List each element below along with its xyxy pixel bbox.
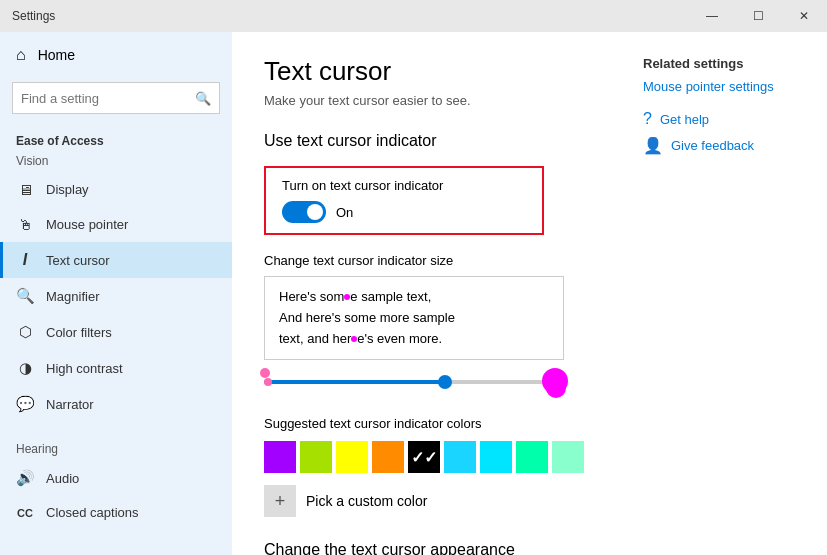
sidebar-item-closed-captions-label: Closed captions (46, 505, 139, 520)
right-panel: Related settings Mouse pointer settings … (627, 32, 827, 555)
text-cursor-icon: I (16, 251, 34, 269)
get-help-row[interactable]: ? Get help (643, 110, 811, 128)
size-slider-thumb-left (264, 378, 272, 386)
size-label: Change text cursor indicator size (264, 253, 595, 268)
size-slider-fill (264, 380, 444, 384)
give-feedback-row[interactable]: 👤 Give feedback (643, 136, 811, 155)
home-label: Home (38, 47, 75, 63)
mouse-pointer-icon: 🖱 (16, 216, 34, 233)
text-cursor-indicator-toggle[interactable] (282, 201, 326, 223)
search-icon: 🔍 (195, 91, 211, 106)
give-feedback-text: Give feedback (671, 138, 754, 153)
sidebar-item-high-contrast[interactable]: ◑ High contrast (0, 350, 232, 386)
app-container: ⌂ Home 🔍 Ease of Access Vision 🖥 Display… (0, 32, 827, 555)
page-title: Text cursor (264, 56, 595, 87)
sidebar-item-home[interactable]: ⌂ Home (0, 32, 232, 78)
palette-label: Suggested text cursor indicator colors (264, 416, 595, 431)
mouse-pointer-settings-link[interactable]: Mouse pointer settings (643, 79, 811, 94)
color-palette: ✓ (264, 441, 595, 473)
cursor-dot-2 (351, 336, 357, 342)
maximize-button[interactable]: ☐ (735, 0, 781, 32)
get-help-text: Get help (660, 112, 709, 127)
preview-line1: Here's some sample text, (279, 287, 549, 308)
plus-icon: + (275, 491, 286, 512)
display-icon: 🖥 (16, 181, 34, 198)
preview-line3: text, and here's even more. (279, 329, 549, 350)
color-filters-icon: ⬡ (16, 323, 34, 341)
sidebar-item-high-contrast-label: High contrast (46, 361, 123, 376)
indicator-section-title: Use text cursor indicator (264, 132, 595, 150)
narrator-icon: 💬 (16, 395, 34, 413)
hearing-label: Hearing (0, 434, 232, 460)
color-swatch-8[interactable] (552, 441, 584, 473)
related-settings-title: Related settings (643, 56, 811, 71)
high-contrast-icon: ◑ (16, 359, 34, 377)
home-icon: ⌂ (16, 46, 26, 64)
titlebar-title: Settings (12, 9, 55, 23)
give-feedback-icon: 👤 (643, 136, 663, 155)
vision-label: Vision (0, 152, 232, 172)
cursor-dot-1 (344, 294, 350, 300)
search-box[interactable]: 🔍 (12, 82, 220, 114)
color-swatch-1[interactable] (300, 441, 332, 473)
sidebar-item-audio-label: Audio (46, 471, 79, 486)
close-button[interactable]: ✕ (781, 0, 827, 32)
color-swatch-4[interactable]: ✓ (408, 441, 440, 473)
sidebar-item-display-label: Display (46, 182, 89, 197)
sidebar-item-narrator-label: Narrator (46, 397, 94, 412)
color-swatch-6[interactable] (480, 441, 512, 473)
titlebar: Settings — ☐ ✕ (0, 0, 827, 32)
sidebar-item-audio[interactable]: 🔊 Audio (0, 460, 232, 496)
sidebar-item-text-cursor-label: Text cursor (46, 253, 110, 268)
search-input[interactable] (21, 91, 195, 106)
main-content: Text cursor Make your text cursor easier… (232, 32, 627, 555)
color-swatch-5[interactable] (444, 441, 476, 473)
size-slider-thumb-right-2 (546, 378, 566, 398)
sidebar-item-magnifier-label: Magnifier (46, 289, 99, 304)
size-slider-container[interactable] (264, 380, 564, 384)
minimize-button[interactable]: — (689, 0, 735, 32)
appearance-section-title: Change the text cursor appearance (264, 541, 595, 555)
toggle-label: Turn on text cursor indicator (282, 178, 526, 193)
size-slider-track (264, 380, 564, 384)
page-subtitle: Make your text cursor easier to see. (264, 93, 595, 108)
preview-line2: And here's some more sample (279, 308, 549, 329)
toggle-state-text: On (336, 205, 353, 220)
text-preview-box: Here's some sample text, And here's some… (264, 276, 564, 360)
audio-icon: 🔊 (16, 469, 34, 487)
toggle-row: On (282, 201, 526, 223)
sidebar-item-color-filters-label: Color filters (46, 325, 112, 340)
custom-color-row: + Pick a custom color (264, 485, 595, 517)
slider-track-wrapper (264, 380, 564, 384)
color-swatch-0[interactable] (264, 441, 296, 473)
sidebar-item-magnifier[interactable]: 🔍 Magnifier (0, 278, 232, 314)
sidebar-item-mouse-pointer-label: Mouse pointer (46, 217, 128, 232)
closed-captions-icon: CC (16, 507, 34, 519)
color-swatch-3[interactable] (372, 441, 404, 473)
toggle-box: Turn on text cursor indicator On (264, 166, 544, 235)
sidebar-item-mouse-pointer[interactable]: 🖱 Mouse pointer (0, 207, 232, 242)
magnifier-icon: 🔍 (16, 287, 34, 305)
slider-left-indicator (260, 368, 270, 378)
custom-color-label: Pick a custom color (306, 493, 427, 509)
get-help-icon: ? (643, 110, 652, 128)
sidebar-item-narrator[interactable]: 💬 Narrator (0, 386, 232, 422)
color-swatch-7[interactable] (516, 441, 548, 473)
sidebar-item-display[interactable]: 🖥 Display (0, 172, 232, 207)
color-swatch-2[interactable] (336, 441, 368, 473)
sidebar: ⌂ Home 🔍 Ease of Access Vision 🖥 Display… (0, 32, 232, 555)
size-slider-thumb-mid (438, 375, 452, 389)
custom-color-button[interactable]: + (264, 485, 296, 517)
sidebar-item-closed-captions[interactable]: CC Closed captions (0, 496, 232, 529)
sidebar-item-color-filters[interactable]: ⬡ Color filters (0, 314, 232, 350)
titlebar-controls: — ☐ ✕ (689, 0, 827, 32)
ease-of-access-label: Ease of Access (0, 126, 232, 152)
sidebar-item-text-cursor[interactable]: I Text cursor (0, 242, 232, 278)
